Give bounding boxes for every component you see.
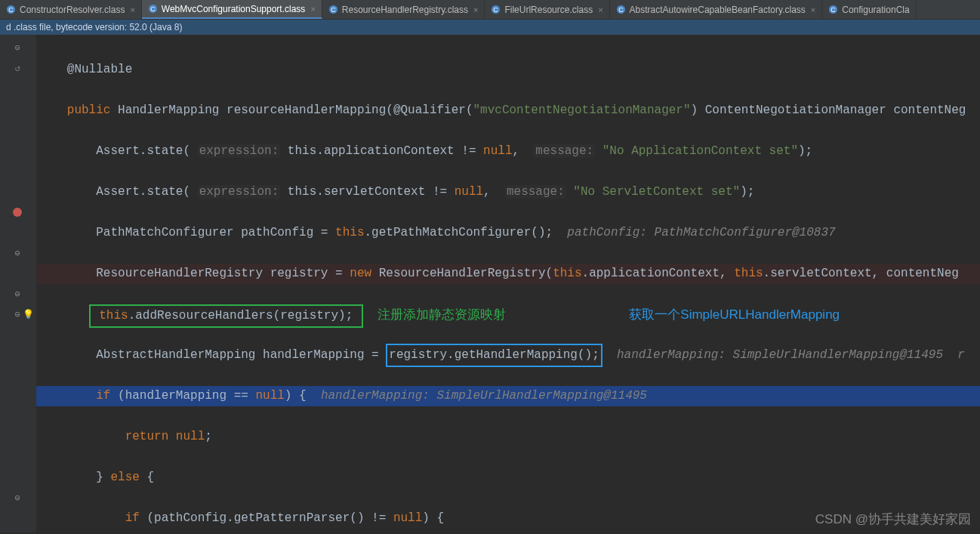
file-info-bar: d .class file, bytecode version: 52.0 (J…	[0, 20, 980, 35]
tab-label: ResourceHandlerRegistry.class	[342, 5, 468, 15]
green-highlight-box: this.addResourceHandlers(registry);	[89, 304, 363, 328]
editor[interactable]: ⊖ ↺ ⊖ ⊖ 💡 ⊖ ⊖ @Nullable public HandlerMa…	[0, 35, 980, 532]
gutter[interactable]: ⊖ ↺ ⊖ ⊖ 💡 ⊖ ⊖	[0, 35, 36, 532]
svg-text:C: C	[331, 6, 336, 14]
class-icon: C	[491, 5, 501, 14]
close-icon[interactable]: ×	[473, 5, 478, 14]
code-line: PathMatchConfigurer pathConfig = this.ge…	[45, 223, 980, 243]
class-icon: C	[616, 5, 626, 14]
fold-icon[interactable]: ⊖	[12, 309, 23, 319]
class-icon: C	[828, 5, 838, 14]
tab-webmvc-config[interactable]: C WebMvcConfigurationSupport.class ×	[142, 0, 322, 19]
bulb-icon[interactable]: 💡	[23, 309, 33, 319]
svg-text:C: C	[150, 5, 156, 13]
tab-resource-handler-registry[interactable]: C ResourceHandlerRegistry.class ×	[322, 0, 485, 19]
tab-label: WebMvcConfigurationSupport.class	[162, 4, 306, 14]
close-icon[interactable]: ×	[811, 5, 815, 14]
tab-bar: C ConstructorResolver.class × C WebMvcCo…	[0, 0, 980, 20]
code-line: AbstractHandlerMapping handlerMapping = …	[45, 345, 980, 366]
tab-label: FileUrlResource.class	[504, 5, 593, 15]
code-line: } else {	[45, 468, 980, 488]
code-area[interactable]: @Nullable public HandlerMapping resource…	[36, 35, 980, 532]
breakpoint-icon[interactable]	[12, 207, 23, 218]
svg-text:C: C	[831, 6, 837, 14]
tab-constructor-resolver[interactable]: C ConstructorResolver.class ×	[0, 0, 142, 19]
class-icon: C	[148, 4, 158, 14]
code-line: ResourceHandlerRegistry registry = new R…	[45, 264, 980, 284]
svg-text:C: C	[8, 6, 14, 14]
fold-icon[interactable]: ⊖	[12, 248, 23, 258]
override-icon[interactable]: ↺	[12, 63, 23, 73]
tab-label: ConfigurationCla	[842, 5, 909, 15]
svg-text:C: C	[618, 6, 624, 14]
code-line: if (pathConfig.getPatternParser() != nul…	[45, 508, 980, 529]
tab-label: AbstractAutowireCapableBeanFactory.class	[630, 5, 806, 15]
fold-icon[interactable]: ⊖	[12, 42, 23, 53]
code-line: public HandlerMapping resourceHandlerMap…	[45, 100, 980, 121]
fold-icon[interactable]: ⊖	[12, 289, 23, 299]
fold-icon[interactable]: ⊖	[12, 492, 23, 503]
code-line: if (handlerMapping == null) { handlerMap…	[45, 386, 980, 406]
code-line: return null;	[45, 427, 980, 447]
close-icon[interactable]: ×	[598, 5, 602, 14]
bytecode-info: d .class file, bytecode version: 52.0 (J…	[6, 22, 182, 32]
tab-fileurl-resource[interactable]: C FileUrlResource.class ×	[485, 0, 609, 19]
tab-label: ConstructorResolver.class	[20, 5, 125, 15]
tab-abstract-autowire[interactable]: C AbstractAutowireCapableBeanFactory.cla…	[610, 0, 823, 19]
close-icon[interactable]: ×	[310, 5, 315, 14]
class-icon: C	[6, 5, 16, 14]
tab-configuration-cla[interactable]: C ConfigurationCla	[822, 0, 916, 19]
blue-highlight-box: registry.getHandlerMapping();	[386, 344, 602, 367]
code-line: Assert.state( expression: this.applicati…	[45, 141, 980, 162]
code-line: Assert.state( expression: this.servletCo…	[45, 182, 980, 202]
annotation-blue: 获取一个SimpleURLHandlerMapping	[629, 304, 840, 325]
close-icon[interactable]: ×	[130, 5, 134, 14]
code-line: this.addResourceHandlers(registry); 注册添加…	[45, 304, 980, 325]
svg-text:C: C	[494, 6, 499, 14]
code-line: @Nullable	[45, 60, 980, 80]
annotation-green: 注册添加静态资源映射	[378, 304, 506, 325]
class-icon: C	[328, 5, 338, 14]
